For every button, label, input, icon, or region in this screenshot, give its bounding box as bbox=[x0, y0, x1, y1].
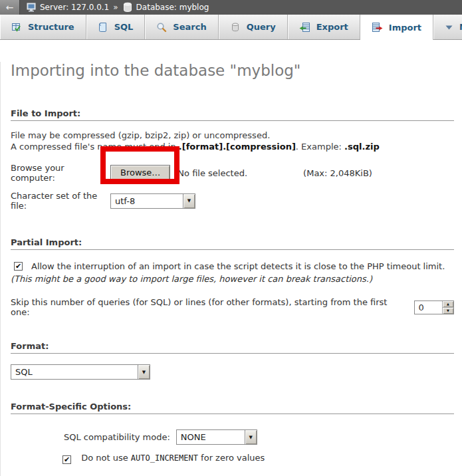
tab-sql[interactable]: SQL bbox=[86, 15, 146, 39]
allow-interruption-row: ✔ Allow the interruption of an import in… bbox=[11, 260, 454, 285]
check-icon: ✔ bbox=[64, 456, 70, 463]
file-import-description: File may be compressed (gzip, bzip2, zip… bbox=[11, 130, 454, 152]
charset-row: Character set of the file: utf-8 ▼ bbox=[11, 191, 454, 211]
section-heading-format-options: Format-Specific Options: bbox=[11, 402, 454, 414]
auto-increment-text-suffix: for zero values bbox=[198, 453, 265, 463]
charset-select[interactable]: utf-8 ▼ bbox=[110, 193, 195, 209]
tab-label: Import bbox=[389, 23, 421, 33]
database-icon bbox=[122, 2, 133, 13]
breadcrumb: Server: 127.0.0.1 » Database: myblog bbox=[26, 2, 209, 13]
sql-compatibility-row: SQL compatibility mode: NONE ▼ bbox=[64, 429, 454, 445]
format-select-row: SQL ▼ bbox=[11, 364, 454, 380]
max-size-text: (Max: 2,048KiB) bbox=[303, 168, 372, 178]
browse-button[interactable]: Browse… bbox=[110, 165, 170, 181]
structure-icon bbox=[11, 22, 22, 33]
auto-increment-row: ✔ Do not use AUTO_INCREMENT for zero val… bbox=[62, 452, 454, 464]
compression-info-line: File may be compressed (gzip, bzip2, zip… bbox=[11, 130, 270, 140]
format-select[interactable]: SQL ▼ bbox=[11, 364, 150, 380]
back-arrow-icon: ← bbox=[6, 2, 14, 13]
tab-structure[interactable]: Structure bbox=[0, 15, 86, 39]
tab-search[interactable]: Search bbox=[145, 15, 218, 39]
tab-label: Query bbox=[247, 22, 276, 32]
section-heading-file-to-import: File to Import: bbox=[11, 108, 454, 121]
main-content: Importing into the database "myblog" Fil… bbox=[0, 62, 462, 476]
tab-label: More bbox=[459, 22, 462, 32]
auto-increment-text-prefix: Do not use bbox=[81, 453, 131, 463]
naming-info-mid: . Example: bbox=[296, 142, 344, 152]
spinner-up-button[interactable]: ▲ bbox=[443, 301, 453, 307]
dropdown-arrow-icon[interactable]: ▼ bbox=[183, 194, 195, 208]
sql-compatibility-select[interactable]: NONE ▼ bbox=[176, 429, 257, 445]
dropdown-arrow-icon[interactable]: ▼ bbox=[138, 365, 150, 379]
spinner-down-button[interactable]: ▼ bbox=[443, 307, 453, 314]
auto-increment-checkbox[interactable]: ✔ bbox=[62, 455, 71, 464]
tab-label: Structure bbox=[28, 22, 74, 32]
auto-increment-code: AUTO_INCREMENT bbox=[131, 453, 198, 463]
breadcrumb-server[interactable]: Server: 127.0.0.1 bbox=[40, 3, 109, 12]
page-title: Importing into the database "myblog" bbox=[11, 62, 454, 79]
section-heading-format: Format: bbox=[11, 341, 454, 354]
naming-info-prefix: A compressed file's name must end in bbox=[11, 142, 179, 152]
tab-query[interactable]: Query bbox=[219, 15, 288, 39]
browse-label: Browse your computer: bbox=[11, 163, 110, 183]
allow-interruption-checkbox[interactable]: ✔ bbox=[14, 262, 23, 271]
format-select-value: SQL bbox=[11, 365, 138, 379]
tab-label: Search bbox=[173, 22, 206, 32]
sql-icon bbox=[98, 22, 108, 33]
skip-queries-input[interactable]: 0 ▲ ▼ bbox=[414, 300, 454, 314]
allow-interruption-note: (This might be a good way to import larg… bbox=[11, 274, 372, 284]
section-heading-partial-import: Partial Import: bbox=[11, 237, 454, 250]
allow-interruption-text: Allow the interruption of an import in c… bbox=[31, 261, 445, 271]
breadcrumb-database[interactable]: Database: myblog bbox=[136, 3, 209, 12]
skip-queries-value: 0 bbox=[415, 301, 442, 314]
back-button[interactable]: ← bbox=[0, 0, 20, 15]
naming-info-example: .sql.zip bbox=[344, 142, 380, 152]
tab-more[interactable]: More bbox=[433, 15, 462, 39]
no-file-selected-text: No file selected. bbox=[177, 168, 247, 178]
browse-row: Browse your computer: Browse… No file se… bbox=[11, 163, 454, 183]
breadcrumb-bar: ← Server: 127.0.0.1 » Database: myblog bbox=[0, 0, 462, 15]
breadcrumb-separator: » bbox=[112, 3, 118, 12]
query-database-icon bbox=[230, 22, 241, 33]
sql-compatibility-label: SQL compatibility mode: bbox=[64, 432, 170, 442]
tab-import[interactable]: Import bbox=[360, 15, 433, 40]
server-icon bbox=[26, 2, 37, 13]
tab-label: SQL bbox=[114, 22, 134, 32]
tab-export[interactable]: Export bbox=[288, 15, 360, 39]
check-icon: ✔ bbox=[15, 263, 21, 270]
tab-bar: Structure SQL Search Query Export bbox=[0, 15, 462, 40]
skip-queries-label: Skip this number of queries (for SQL) or… bbox=[11, 297, 405, 317]
chevron-down-icon bbox=[445, 22, 453, 33]
naming-info-format: .[format].[compression] bbox=[179, 142, 296, 152]
skip-queries-row: Skip this number of queries (for SQL) or… bbox=[11, 297, 454, 317]
spinner-buttons: ▲ ▼ bbox=[442, 301, 453, 314]
export-icon bbox=[299, 22, 310, 33]
dropdown-arrow-icon[interactable]: ▼ bbox=[245, 430, 257, 444]
search-icon bbox=[156, 22, 167, 33]
sql-compatibility-value: NONE bbox=[177, 430, 245, 444]
charset-select-value: utf-8 bbox=[111, 194, 183, 208]
charset-label: Character set of the file: bbox=[11, 191, 110, 211]
tab-label: Export bbox=[316, 22, 348, 32]
import-icon bbox=[372, 22, 383, 33]
